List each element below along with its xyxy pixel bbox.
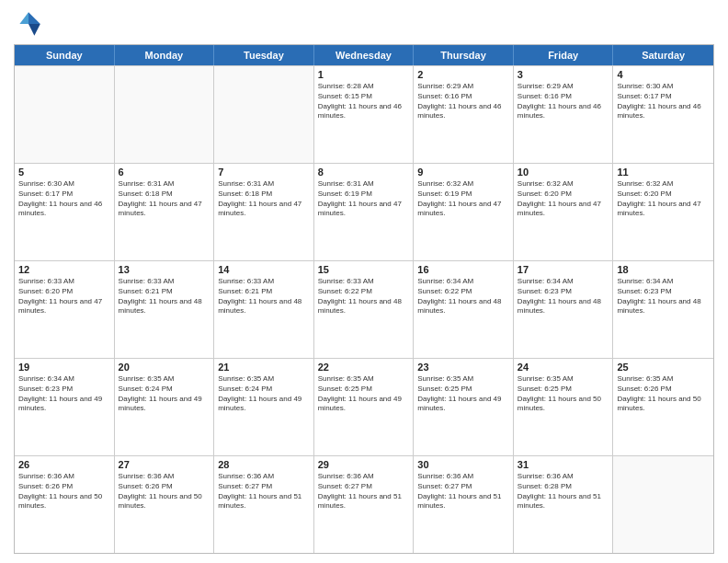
day-info: Sunrise: 6:35 AMSunset: 6:25 PMDaylight:… — [417, 374, 509, 414]
day-info: Sunrise: 6:36 AMSunset: 6:28 PMDaylight:… — [518, 472, 609, 511]
day-info: Sunrise: 6:34 AMSunset: 6:23 PMDaylight:… — [18, 374, 110, 414]
day-number: 7 — [218, 167, 310, 178]
cal-cell: 26Sunrise: 6:36 AMSunset: 6:26 PMDayligh… — [15, 456, 115, 553]
day-number: 13 — [119, 264, 210, 275]
day-info: Sunrise: 6:32 AMSunset: 6:20 PMDaylight:… — [617, 179, 710, 219]
cal-cell: 22Sunrise: 6:35 AMSunset: 6:25 PMDayligh… — [314, 359, 415, 455]
day-number: 5 — [18, 167, 110, 178]
cal-cell: 11Sunrise: 6:32 AMSunset: 6:20 PMDayligh… — [613, 164, 713, 260]
cal-cell: 30Sunrise: 6:36 AMSunset: 6:27 PMDayligh… — [414, 456, 514, 553]
svg-marker-1 — [28, 24, 40, 36]
day-info: Sunrise: 6:29 AMSunset: 6:16 PMDaylight:… — [417, 82, 509, 121]
day-info: Sunrise: 6:30 AMSunset: 6:17 PMDaylight:… — [18, 179, 110, 219]
cal-cell: 10Sunrise: 6:32 AMSunset: 6:20 PMDayligh… — [514, 164, 614, 260]
cal-cell: 1Sunrise: 6:28 AMSunset: 6:15 PMDaylight… — [314, 66, 415, 163]
day-info: Sunrise: 6:36 AMSunset: 6:26 PMDaylight:… — [119, 472, 210, 511]
day-info: Sunrise: 6:35 AMSunset: 6:25 PMDaylight:… — [318, 374, 410, 414]
day-number: 3 — [518, 69, 609, 80]
day-info: Sunrise: 6:34 AMSunset: 6:23 PMDaylight:… — [518, 277, 609, 316]
cal-week-4: 19Sunrise: 6:34 AMSunset: 6:23 PMDayligh… — [15, 358, 713, 455]
day-number: 16 — [417, 264, 509, 275]
cal-cell — [15, 66, 115, 163]
cal-cell: 17Sunrise: 6:34 AMSunset: 6:23 PMDayligh… — [514, 261, 614, 358]
cal-cell: 18Sunrise: 6:34 AMSunset: 6:23 PMDayligh… — [613, 261, 713, 358]
day-info: Sunrise: 6:32 AMSunset: 6:19 PMDaylight:… — [417, 179, 509, 219]
day-number: 12 — [18, 264, 110, 275]
day-info: Sunrise: 6:31 AMSunset: 6:19 PMDaylight:… — [318, 179, 410, 219]
cal-week-3: 12Sunrise: 6:33 AMSunset: 6:20 PMDayligh… — [15, 260, 713, 358]
day-number: 1 — [318, 69, 410, 80]
cal-cell: 27Sunrise: 6:36 AMSunset: 6:26 PMDayligh… — [115, 456, 215, 553]
day-info: Sunrise: 6:31 AMSunset: 6:18 PMDaylight:… — [119, 179, 210, 219]
day-info: Sunrise: 6:35 AMSunset: 6:26 PMDaylight:… — [617, 374, 710, 414]
day-number: 21 — [218, 362, 310, 373]
day-number: 11 — [617, 167, 710, 178]
day-number: 10 — [518, 167, 609, 178]
day-info: Sunrise: 6:35 AMSunset: 6:25 PMDaylight:… — [518, 374, 609, 414]
day-number: 14 — [218, 264, 310, 275]
day-number: 4 — [617, 69, 710, 80]
day-number: 8 — [318, 167, 410, 178]
day-info: Sunrise: 6:32 AMSunset: 6:20 PMDaylight:… — [518, 179, 609, 219]
cal-cell: 31Sunrise: 6:36 AMSunset: 6:28 PMDayligh… — [514, 456, 614, 553]
day-number: 27 — [119, 459, 210, 470]
cal-cell: 25Sunrise: 6:35 AMSunset: 6:26 PMDayligh… — [613, 359, 713, 455]
day-number: 29 — [318, 459, 410, 470]
cal-cell: 21Sunrise: 6:35 AMSunset: 6:24 PMDayligh… — [214, 359, 314, 455]
cal-cell: 23Sunrise: 6:35 AMSunset: 6:25 PMDayligh… — [414, 359, 514, 455]
cal-header-saturday: Saturday — [613, 45, 713, 65]
header — [14, 9, 714, 39]
calendar-header-row: SundayMondayTuesdayWednesdayThursdayFrid… — [15, 45, 713, 65]
svg-marker-0 — [28, 12, 40, 24]
cal-cell — [214, 66, 314, 163]
day-info: Sunrise: 6:36 AMSunset: 6:27 PMDaylight:… — [218, 472, 310, 511]
cal-cell: 12Sunrise: 6:33 AMSunset: 6:20 PMDayligh… — [15, 261, 115, 358]
cal-cell — [115, 66, 215, 163]
cal-header-tuesday: Tuesday — [214, 45, 314, 65]
day-number: 30 — [417, 459, 509, 470]
cal-cell: 20Sunrise: 6:35 AMSunset: 6:24 PMDayligh… — [115, 359, 215, 455]
cal-cell: 24Sunrise: 6:35 AMSunset: 6:25 PMDayligh… — [514, 359, 614, 455]
cal-week-1: 1Sunrise: 6:28 AMSunset: 6:15 PMDaylight… — [15, 65, 713, 163]
cal-cell: 8Sunrise: 6:31 AMSunset: 6:19 PMDaylight… — [314, 164, 415, 260]
cal-cell: 2Sunrise: 6:29 AMSunset: 6:16 PMDaylight… — [414, 66, 514, 163]
cal-cell: 19Sunrise: 6:34 AMSunset: 6:23 PMDayligh… — [15, 359, 115, 455]
cal-header-thursday: Thursday — [414, 45, 514, 65]
cal-cell: 29Sunrise: 6:36 AMSunset: 6:27 PMDayligh… — [314, 456, 415, 553]
day-info: Sunrise: 6:33 AMSunset: 6:20 PMDaylight:… — [18, 277, 110, 316]
day-number: 28 — [218, 459, 310, 470]
day-number: 18 — [617, 264, 710, 275]
cal-cell: 6Sunrise: 6:31 AMSunset: 6:18 PMDaylight… — [115, 164, 215, 260]
cal-cell: 15Sunrise: 6:33 AMSunset: 6:22 PMDayligh… — [314, 261, 415, 358]
day-info: Sunrise: 6:35 AMSunset: 6:24 PMDaylight:… — [119, 374, 210, 414]
day-info: Sunrise: 6:35 AMSunset: 6:24 PMDaylight:… — [218, 374, 310, 414]
cal-cell: 16Sunrise: 6:34 AMSunset: 6:22 PMDayligh… — [414, 261, 514, 358]
cal-header-wednesday: Wednesday — [314, 45, 415, 65]
cal-week-5: 26Sunrise: 6:36 AMSunset: 6:26 PMDayligh… — [15, 455, 713, 553]
cal-cell: 3Sunrise: 6:29 AMSunset: 6:16 PMDaylight… — [514, 66, 614, 163]
day-number: 6 — [119, 167, 210, 178]
logo — [14, 9, 47, 39]
day-info: Sunrise: 6:34 AMSunset: 6:22 PMDaylight:… — [417, 277, 509, 316]
calendar-body: 1Sunrise: 6:28 AMSunset: 6:15 PMDaylight… — [15, 65, 713, 553]
day-info: Sunrise: 6:30 AMSunset: 6:17 PMDaylight:… — [617, 82, 710, 121]
cal-cell: 7Sunrise: 6:31 AMSunset: 6:18 PMDaylight… — [214, 164, 314, 260]
cal-cell: 28Sunrise: 6:36 AMSunset: 6:27 PMDayligh… — [214, 456, 314, 553]
day-number: 26 — [18, 459, 110, 470]
day-number: 25 — [617, 362, 710, 373]
cal-header-monday: Monday — [115, 45, 215, 65]
cal-cell: 14Sunrise: 6:33 AMSunset: 6:21 PMDayligh… — [214, 261, 314, 358]
day-info: Sunrise: 6:31 AMSunset: 6:18 PMDaylight:… — [218, 179, 310, 219]
day-number: 15 — [318, 264, 410, 275]
cal-cell: 5Sunrise: 6:30 AMSunset: 6:17 PMDaylight… — [15, 164, 115, 260]
page: SundayMondayTuesdayWednesdayThursdayFrid… — [0, 0, 728, 563]
day-info: Sunrise: 6:33 AMSunset: 6:21 PMDaylight:… — [119, 277, 210, 316]
cal-cell: 4Sunrise: 6:30 AMSunset: 6:17 PMDaylight… — [613, 66, 713, 163]
day-info: Sunrise: 6:33 AMSunset: 6:22 PMDaylight:… — [318, 277, 410, 316]
day-number: 2 — [417, 69, 509, 80]
cal-cell: 9Sunrise: 6:32 AMSunset: 6:19 PMDaylight… — [414, 164, 514, 260]
cal-cell — [613, 456, 713, 553]
day-number: 9 — [417, 167, 509, 178]
day-info: Sunrise: 6:36 AMSunset: 6:27 PMDaylight:… — [417, 472, 509, 511]
day-info: Sunrise: 6:29 AMSunset: 6:16 PMDaylight:… — [518, 82, 609, 121]
